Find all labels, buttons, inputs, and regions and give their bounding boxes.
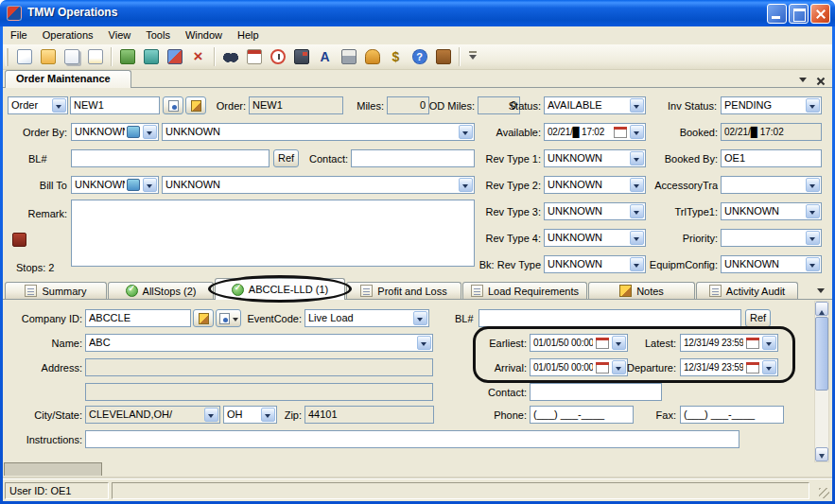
- city-state-select[interactable]: CLEVELAND,OH/: [85, 406, 220, 424]
- status-select[interactable]: AVAILABLE: [544, 96, 646, 114]
- stop-ref-button[interactable]: Ref: [745, 309, 771, 327]
- tab-profit-and-loss[interactable]: Profit and Loss: [346, 282, 461, 299]
- booked-label: Booked:: [618, 125, 718, 140]
- edit-form-button[interactable]: [84, 46, 106, 68]
- close-button[interactable]: [810, 4, 830, 24]
- toolbar-overflow-icon[interactable]: [466, 51, 479, 63]
- open-button[interactable]: [37, 46, 59, 68]
- new-order-button[interactable]: [13, 46, 35, 68]
- priority-select[interactable]: [721, 229, 822, 247]
- find-button[interactable]: [219, 46, 241, 68]
- company-id-input[interactable]: ABCCLE: [85, 309, 191, 327]
- tab-allstops[interactable]: AllStops (2): [108, 282, 214, 299]
- company-lookup-icon[interactable]: [127, 126, 140, 138]
- resize-grip[interactable]: [819, 488, 829, 498]
- menu-operations[interactable]: Operations: [35, 26, 101, 44]
- tab-order-maintenance[interactable]: Order Maintenance: [5, 70, 131, 88]
- trl-type1-select[interactable]: UNKNOWN: [721, 202, 822, 220]
- order-by-code-select[interactable]: UNKNOWN: [71, 123, 159, 141]
- minimize-button[interactable]: [767, 4, 787, 24]
- titlebar[interactable]: TMW Operations: [0, 0, 835, 26]
- tab-load-requirements[interactable]: Load Requirements: [462, 282, 587, 299]
- latest-date-picker[interactable]: 12/31/49 23:59: [680, 334, 778, 352]
- window-button[interactable]: [164, 46, 185, 68]
- exit-button[interactable]: [432, 46, 454, 68]
- delete-button[interactable]: [187, 46, 209, 68]
- menu-tools[interactable]: Tools: [138, 26, 178, 44]
- tab-notes[interactable]: Notes: [588, 282, 695, 299]
- help-button[interactable]: [409, 46, 430, 68]
- order-edit-button[interactable]: [185, 96, 206, 114]
- earliest-date-picker[interactable]: 01/01/50 00:00: [530, 334, 628, 352]
- order-lookup-button[interactable]: [163, 96, 183, 114]
- edit-form-icon: [88, 49, 103, 64]
- order-display-field: NEW1: [249, 96, 343, 114]
- maximize-button[interactable]: [789, 4, 809, 24]
- equip-config-select[interactable]: UNKNOWN: [721, 255, 822, 273]
- planning-board-button[interactable]: [140, 46, 162, 68]
- tab-summary[interactable]: Summary: [5, 282, 107, 299]
- print-button[interactable]: [338, 46, 359, 68]
- booked-by-field[interactable]: OE1: [721, 149, 822, 167]
- driver-button[interactable]: [361, 46, 383, 68]
- stops-icon: [12, 233, 26, 247]
- scrollbar-thumb[interactable]: [815, 317, 828, 391]
- toolbar-separator: [111, 47, 112, 66]
- calendar-icon[interactable]: [746, 362, 759, 374]
- clock-button[interactable]: [267, 46, 288, 68]
- phone-input[interactable]: (___) ___-____: [530, 406, 634, 424]
- calendar-button[interactable]: [243, 46, 265, 68]
- departure-date-picker[interactable]: 12/31/49 23:59: [680, 358, 778, 376]
- order-by-name-select[interactable]: UNKNOWN: [162, 123, 475, 141]
- accessory-select[interactable]: [721, 176, 822, 194]
- order-label: Order:: [208, 98, 246, 113]
- app-icon[interactable]: [7, 6, 22, 21]
- company-list-button[interactable]: [216, 309, 241, 327]
- calendar-icon[interactable]: [746, 338, 759, 349]
- overflow-bar: [469, 51, 477, 53]
- print-icon: [341, 49, 357, 64]
- order-type-select[interactable]: Order: [8, 96, 68, 114]
- event-code-select[interactable]: Live Load: [304, 309, 429, 327]
- instructions-input[interactable]: [85, 430, 739, 448]
- order-number-input[interactable]: NEW1: [70, 96, 160, 114]
- book-button[interactable]: [116, 46, 138, 68]
- name-select[interactable]: ABC: [85, 334, 433, 352]
- detail-scrollbar[interactable]: [814, 301, 829, 462]
- fax-input[interactable]: (___) ___-____: [680, 406, 784, 424]
- bill-to-code-select[interactable]: UNKNOWN: [71, 176, 159, 194]
- stop-contact-input[interactable]: [530, 383, 662, 401]
- copy-button[interactable]: [61, 46, 82, 68]
- bl-input[interactable]: [71, 149, 270, 167]
- tab-close-button[interactable]: [813, 74, 826, 87]
- scrollbar-down-button[interactable]: [815, 447, 828, 461]
- company-edit-button[interactable]: [193, 309, 214, 327]
- bill-to-name-select[interactable]: UNKNOWN: [162, 176, 475, 194]
- calendar-icon[interactable]: [596, 338, 609, 349]
- remark-textarea[interactable]: [71, 200, 475, 267]
- font-button[interactable]: [314, 46, 336, 68]
- new-order-icon: [17, 49, 32, 64]
- menu-window[interactable]: Window: [178, 26, 230, 44]
- dropdown-arrow-icon: [806, 178, 820, 192]
- scrollbar-up-button[interactable]: [815, 302, 828, 316]
- dropdown-arrow-icon: [204, 408, 218, 422]
- inv-status-select[interactable]: PENDING: [721, 96, 822, 114]
- detail-tab-overflow-button[interactable]: [814, 284, 827, 297]
- ref-button[interactable]: Ref: [273, 149, 299, 167]
- calendar-icon[interactable]: [596, 362, 609, 374]
- dispatch-button[interactable]: [290, 46, 312, 68]
- menu-view[interactable]: View: [101, 26, 139, 44]
- toolbar-grip[interactable]: [6, 48, 9, 66]
- tab-abccle-lld[interactable]: ABCCLE-LLD (1): [215, 278, 345, 300]
- tab-list-button[interactable]: [796, 73, 809, 86]
- stop-bl-input[interactable]: [478, 309, 741, 327]
- rates-button[interactable]: [385, 46, 407, 68]
- tab-activity-audit[interactable]: Activity Audit: [696, 282, 798, 299]
- menu-file[interactable]: File: [3, 26, 35, 44]
- address-label: Address:: [3, 360, 82, 375]
- company-lookup-icon[interactable]: [127, 179, 140, 191]
- delete-icon: [191, 49, 206, 64]
- state-select[interactable]: OH: [223, 406, 277, 424]
- menu-help[interactable]: Help: [230, 26, 267, 44]
